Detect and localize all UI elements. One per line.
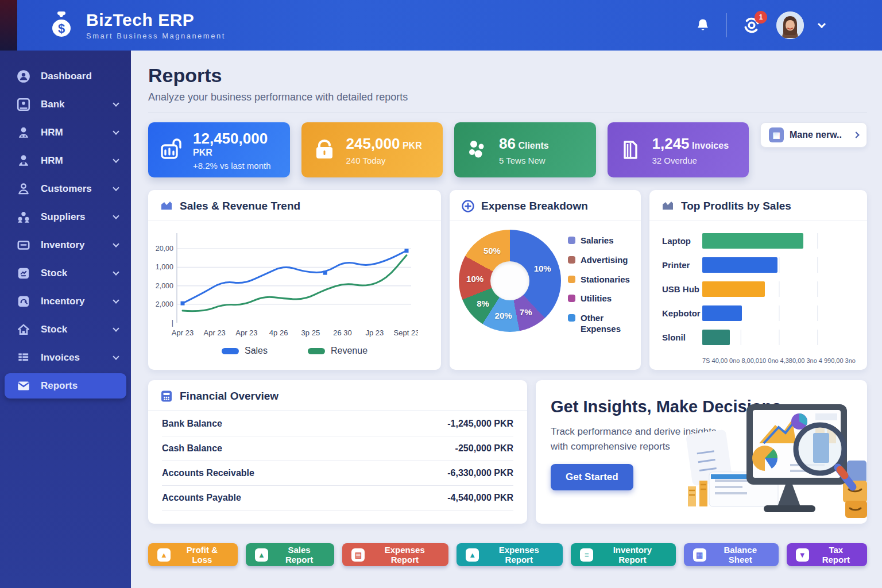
sidebar-item-label: Incentory — [41, 296, 104, 307]
chevron-down-icon — [113, 156, 119, 163]
sidebar-item-reports[interactable]: Reports — [5, 373, 126, 399]
sidebar-item-stock[interactable]: Stock — [5, 317, 126, 342]
app-subtitle: Smart Business Magnanement — [86, 32, 226, 40]
kpi-value: 245,000 — [346, 135, 400, 152]
svg-text:Sept 23: Sept 23 — [394, 328, 418, 337]
line-chart: 20,001,0002,0002,000|Apr 23Apr 23Apr 234… — [148, 220, 441, 345]
svg-text:Apr 23: Apr 23 — [235, 328, 257, 337]
chevron-down-icon — [113, 269, 119, 275]
legend-item: Utilities — [568, 293, 633, 304]
chart-briefcase-icon — [158, 137, 184, 163]
kpi-row: 12,450,000 PKR +8.2% vs last month 245,0… — [148, 122, 867, 177]
sidebar-item-invoices[interactable]: Invoices — [5, 345, 126, 370]
financial-row: Bank Balance -1,245,000 PKR — [162, 412, 513, 436]
axis-tick-label: 7S 40,00 0no — [702, 357, 740, 364]
balance-sheet-button[interactable]: ▦Balance Sheet — [684, 543, 779, 566]
svg-text:2,000: 2,000 — [156, 282, 173, 290]
legend-swatch — [222, 348, 239, 354]
tax-report-button[interactable]: ▼Tax Report — [787, 543, 867, 566]
axis-tick-label: 4,380,00 3no — [780, 357, 817, 364]
page-subtitle: Analyze your business performance with d… — [148, 91, 867, 103]
bar-track — [702, 233, 856, 249]
sidebar-item-label: Dashboard — [41, 71, 118, 82]
inventory-box-icon — [16, 238, 31, 253]
calendar-icon: ▦ — [769, 127, 784, 142]
financial-value: -250,000 PKR — [455, 443, 513, 454]
arrow-up-icon: ▲ — [157, 548, 171, 562]
expenses-report-button[interactable]: ▲Expenses Report — [457, 543, 563, 566]
sidebar-item-hrm[interactable]: HRM — [5, 120, 126, 145]
sidebar-item-bank[interactable]: Bank — [5, 92, 126, 117]
bar-row: Printer — [657, 257, 856, 273]
sidebar-item-stock[interactable]: Stock — [5, 261, 126, 286]
pie-slice-label: 7% — [520, 307, 532, 317]
chevron-down-icon[interactable] — [818, 20, 826, 28]
legend-item: Advertising — [568, 255, 633, 266]
swirl-square-icon — [16, 294, 31, 309]
sidebar-item-suppliers[interactable]: Suppliers — [5, 204, 126, 230]
kpi-card-clients[interactable]: 86 Clients 5 Tews New — [454, 122, 596, 177]
legend-item: Other Expenses — [568, 313, 633, 335]
financial-value: -6,330,000 PKR — [447, 468, 513, 478]
sidebar-item-hrm[interactable]: HRM — [5, 148, 126, 173]
user-avatar[interactable] — [776, 11, 804, 39]
bar-track — [702, 257, 856, 273]
bar — [702, 257, 777, 273]
svg-text:4p 26: 4p 26 — [269, 328, 288, 337]
card-title: Financial Overview — [180, 390, 278, 403]
notifications-button[interactable] — [694, 17, 711, 34]
sidebar-item-customers[interactable]: Customers — [5, 176, 126, 202]
bar-category-label: Slonil — [657, 332, 702, 342]
stock-square-icon — [16, 266, 31, 281]
kpi-card-invoices[interactable]: 1,245 Invoices 32 Overdue — [608, 122, 749, 177]
sidebar-item-label: Invoices — [41, 352, 104, 363]
plus-circle-icon — [461, 199, 475, 213]
financial-label: Bank Balance — [162, 419, 222, 429]
sidebar-item-dashboard[interactable]: Dashboard — [5, 64, 126, 89]
donut-legend: SalariesAdvertisingStationariesUtilities… — [568, 230, 633, 335]
chevron-down-icon — [113, 100, 119, 106]
legend-label: Utilities — [581, 293, 612, 304]
bar-category-label: Laptop — [657, 236, 702, 246]
bar — [702, 281, 765, 297]
sidebar-item-label: Bank — [41, 99, 104, 110]
sidebar-item-label: Stock — [41, 268, 104, 279]
kpi-card-today-sales[interactable]: 245,000 PKR 240 Today — [301, 122, 443, 177]
money-bag-logo-icon: $ — [45, 9, 78, 42]
make-new-label: Mane nerw.. — [790, 130, 848, 140]
make-new-button[interactable]: ▦ Mane nerw.. — [760, 122, 867, 148]
svg-text:3p 25: 3p 25 — [301, 328, 320, 337]
sync-button[interactable]: 1 — [742, 16, 761, 35]
pie-slice-label: 50% — [483, 246, 501, 256]
invoice-doc-icon — [618, 137, 643, 163]
sidebar-item-incentory[interactable]: Incentory — [5, 289, 126, 314]
kpi-subtext: +8.2% vs last month — [193, 161, 280, 171]
analytics-illustration — [678, 397, 867, 524]
brand: $ BizTech ERP Smart Business Magnanement — [45, 9, 226, 42]
bar-row: Kepbotor — [657, 305, 856, 321]
kpi-card-sales-total[interactable]: 12,450,000 PKR +8.2% vs last month — [148, 122, 290, 177]
financial-row: Cash Balance -250,000 PKR — [162, 436, 513, 461]
bar — [702, 330, 730, 345]
sales-report-button[interactable]: ▲Sales Report — [246, 543, 334, 566]
lock-icon — [312, 137, 337, 163]
financial-value: -4,540,000 PKR — [447, 493, 513, 503]
profit-loss-button[interactable]: ▲Profit & Loss — [148, 543, 238, 566]
report-button-label: Profit & Loss — [176, 545, 229, 564]
legend-item: Stationaries — [568, 274, 633, 285]
report-button-label: Inventory Report — [598, 545, 667, 564]
expenses-report-button[interactable]: ▤Expenses Report — [342, 543, 448, 566]
main-content: Reports Analyze your business performanc… — [131, 51, 882, 588]
bar-row: Slonil — [657, 330, 856, 345]
report-buttons-row: ▲Profit & Loss▲Sales Report▤Expenses Rep… — [148, 543, 867, 566]
sidebar-item-label: Stock — [41, 324, 104, 335]
bank-icon — [16, 97, 31, 112]
kpi-value: 86 — [499, 135, 516, 152]
inventory-report-button[interactable]: ≡Inventory Report — [571, 543, 675, 566]
hrm-person-icon — [16, 125, 31, 140]
svg-text:1,000: 1,000 — [156, 263, 173, 271]
sidebar-item-inventory[interactable]: Inventory — [5, 233, 126, 258]
legend-item: Revenue — [308, 346, 368, 356]
get-started-button[interactable]: Get Started — [551, 464, 633, 490]
customer-icon — [16, 181, 31, 196]
